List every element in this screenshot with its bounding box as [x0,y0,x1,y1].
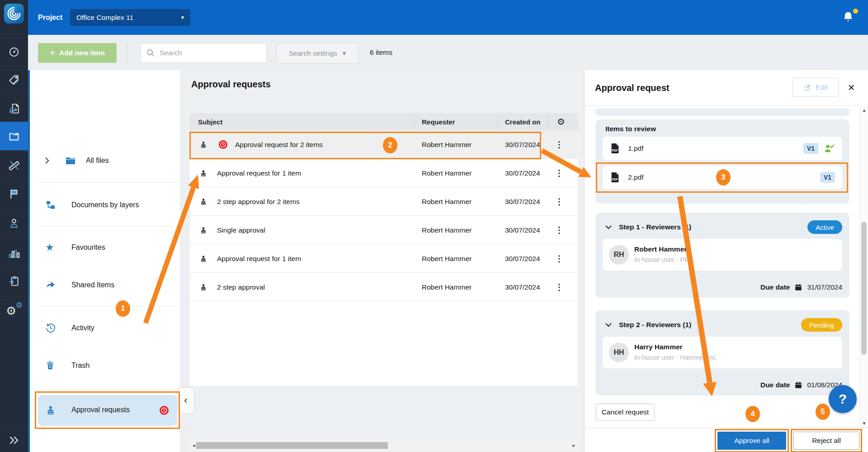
search-input[interactable] [159,48,261,57]
column-header-created[interactable]: Created on [505,113,542,130]
close-panel-button[interactable]: × [843,78,859,96]
file-row[interactable]: PDF 2.pdf V1 [603,166,842,189]
vertical-scrollbar[interactable]: ▲ ▼ [859,105,868,428]
tree-item-shared-items[interactable]: Shared Items [28,272,181,298]
tree-item-all-files[interactable]: All files [28,148,181,173]
tree-separator [38,306,176,307]
status-badge: Pending [801,318,842,332]
bell-icon [842,10,854,24]
tree-separator [38,182,176,183]
rail-item-stamped-documents[interactable] [0,94,28,123]
scroll-right-icon[interactable]: ▸ [572,440,575,451]
rail-item-flags[interactable] [0,180,28,208]
column-divider [548,116,548,128]
table-row[interactable]: 2 step approval Robert Hammer 30/07/2024… [190,273,578,301]
step-2-header[interactable]: Step 2 - Reviewers (1) Pending [595,317,849,333]
row-requester: Robert Hammer [422,159,472,187]
row-created: 30/07/2024 [505,187,542,216]
table-row[interactable]: Single approval Robert Hammer 30/07/2024… [190,216,578,244]
approval-stamp-icon [45,405,56,416]
items-to-review-card: Items to review PDF 1.pdf V1 PDF [595,119,849,204]
rail-item-dashboard[interactable] [0,38,28,66]
trash-icon [45,361,55,371]
column-divider [497,116,498,128]
scroll-left-icon[interactable]: ◂ [193,440,195,451]
search-box [140,43,267,63]
scroll-up-icon[interactable]: ▲ [860,106,868,114]
rail-item-measure[interactable] [0,151,28,180]
detail-header: Approval request Edit × [585,70,868,106]
stamp-icon [199,159,208,187]
row-menu-kebab-button[interactable]: ⋮ [552,244,566,273]
file-name: 2.pdf [628,173,643,181]
step-1-header[interactable]: Step 1 - Reviewers (1) Active [595,219,849,235]
project-select[interactable]: Office Complex 11 ▾ [70,9,190,26]
row-requester: Robert Hammer [422,244,472,273]
tree-separator [38,226,176,227]
rail-expand-button[interactable] [0,427,28,452]
row-subject: Approval request for 2 items [235,130,323,159]
horizontal-scrollbar[interactable]: ◂ ▸ [190,440,578,451]
tree-item-trash[interactable]: Trash [28,353,181,378]
row-requester: Robert Hammer [422,273,472,301]
gauge-icon [8,46,20,58]
tree-item-label: Favourites [71,243,105,252]
search-settings-dropdown[interactable]: Search settings ▾ [277,43,358,64]
reject-all-button[interactable]: Reject all [793,432,859,450]
row-menu-kebab-button[interactable]: ⋮ [552,273,566,301]
version-badge: V1 [803,143,818,154]
tree-item-favourites[interactable]: ★ Favourites [28,235,181,260]
person-icon [8,217,20,229]
rail-item-settings[interactable]: ⚙⚙ [0,296,28,325]
table-settings-gear-button[interactable]: ⚙ [551,113,571,130]
help-button[interactable]: ? [829,385,857,413]
tree-item-documents-by-layers[interactable]: Documents by layers [28,192,181,218]
pdf-file-icon: PDF [610,172,620,183]
rail-item-reports[interactable] [0,238,28,267]
horizontal-scrollbar-thumb[interactable] [196,442,388,449]
ruler-pencil-icon [8,160,20,171]
app-logo[interactable] [4,4,24,24]
collapse-panel-button[interactable]: ‹ [177,387,194,414]
rail-item-tags[interactable] [0,66,28,94]
tree-item-activity[interactable]: Activity [28,315,181,341]
chevron-down-icon[interactable] [605,223,612,231]
chevron-right-icon[interactable] [44,157,51,164]
table-row[interactable]: Approval request for 1 item Robert Hamme… [190,159,578,187]
notifications-bell-button[interactable] [842,10,857,25]
rail-item-tasks[interactable] [0,266,28,295]
file-row[interactable]: PDF 1.pdf V1 [603,137,842,160]
tree-item-label: Trash [71,362,90,370]
annotation-box-reject-all: Reject all [791,429,862,452]
column-header-requester[interactable]: Requester [422,113,455,130]
approve-all-button[interactable]: Approve all [717,432,786,450]
vertical-scrollbar-thumb[interactable] [861,222,867,355]
approval-requests-panel: Approval requests Subject Requester Crea… [181,70,584,452]
plus-icon: + [50,48,55,57]
table-row[interactable]: 2 step approval for 2 items Robert Hamme… [190,187,578,216]
chevron-down-icon[interactable] [605,321,612,329]
stamp-icon [199,187,208,216]
rail-item-files[interactable] [0,122,28,150]
table-row[interactable]: Approval request for 2 items Robert Hamm… [190,130,578,159]
rail-item-contacts[interactable] [0,209,28,237]
scroll-down-icon[interactable]: ▼ [860,419,868,427]
avatar: HH [609,343,629,362]
tree-item-label: All files [86,157,109,165]
svg-text:PDF: PDF [612,178,618,181]
tree-item-approval-requests[interactable]: Approval requests [38,395,177,426]
step-1-card: Step 1 - Reviewers (1) Active RH Robert … [595,213,849,298]
folder-icon [65,156,76,166]
row-menu-kebab-button[interactable]: ⋮ [552,159,566,187]
add-new-item-button[interactable]: + Add new item [38,43,117,63]
row-menu-kebab-button[interactable]: ⋮ [552,187,566,216]
column-header-subject[interactable]: Subject [198,113,222,130]
row-menu-kebab-button[interactable]: ⋮ [552,130,566,159]
cancel-request-button[interactable]: Cancel request [596,404,655,421]
star-icon: ★ [45,242,54,253]
share-arrow-icon [45,280,56,290]
table-row[interactable]: Approval request for 1 item Robert Hamme… [190,244,578,273]
row-menu-kebab-button[interactable]: ⋮ [552,216,566,244]
edit-button[interactable]: Edit [793,78,839,97]
calendar-icon [794,381,802,389]
